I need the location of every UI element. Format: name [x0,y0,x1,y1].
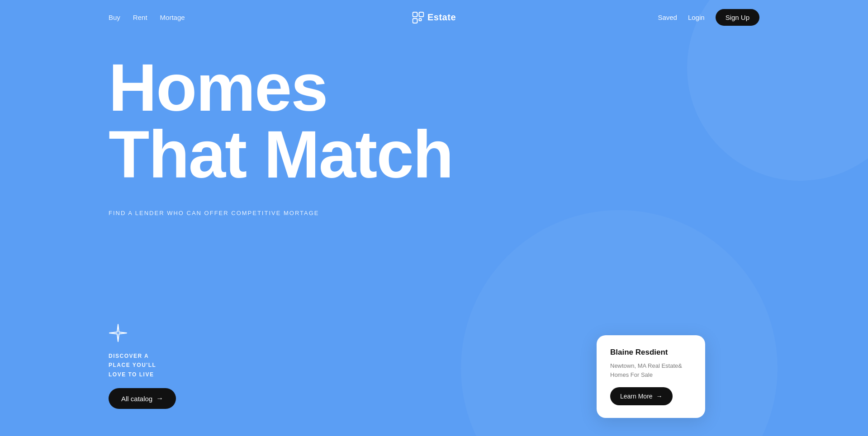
catalog-button-label: All catalog [121,395,152,403]
nav-logo[interactable]: Estate [412,12,456,23]
discover-line2: PLACE YOU'LL [109,361,176,370]
learn-more-arrow-icon: → [656,393,663,400]
catalog-button[interactable]: All catalog → [109,388,176,409]
hero-title-line2: That Match [109,121,868,188]
signup-button[interactable]: Sign Up [716,9,759,26]
learn-more-label: Learn More [620,393,653,400]
property-card-title: Blaine Resdient [610,348,692,357]
navbar: Buy Rent Mortage Estate Saved Login Sign… [0,0,868,35]
property-card-description: Newtown, MA Real Estate& Homes For Sale [610,361,692,379]
svg-rect-1 [419,12,423,17]
logo-text: Estate [427,12,456,23]
discover-line1: DISCOVER A [109,352,176,361]
bottom-left-section: DISCOVER A PLACE YOU'LL LOVE TO LIVE All… [109,323,176,409]
discover-line3: LOVE TO LIVE [109,370,176,379]
hero-subtitle: FIND A LENDER WHO CAN OFFER COMPETITIVE … [109,210,868,216]
sparkle-icon [109,323,128,342]
nav-right-links: Saved Login Sign Up [658,9,759,26]
learn-more-button[interactable]: Learn More → [610,387,673,405]
logo-icon [412,12,424,23]
hero-title: Homes That Match [109,54,868,188]
property-card: Blaine Resdient Newtown, MA Real Estate&… [597,335,705,418]
svg-rect-2 [413,19,417,23]
discover-text: DISCOVER A PLACE YOU'LL LOVE TO LIVE [109,352,176,379]
nav-left-links: Buy Rent Mortage [109,14,185,21]
nav-link-login[interactable]: Login [688,14,705,21]
nav-link-buy[interactable]: Buy [109,14,120,21]
nav-link-saved[interactable]: Saved [658,14,677,21]
hero-title-line1: Homes [109,54,868,121]
nav-link-rent[interactable]: Rent [133,14,147,21]
hero-section: Homes That Match FIND A LENDER WHO CAN O… [109,54,868,216]
catalog-arrow-icon: → [156,394,163,403]
nav-link-mortage[interactable]: Mortage [160,14,185,21]
svg-rect-0 [413,12,417,17]
svg-rect-3 [419,19,421,21]
